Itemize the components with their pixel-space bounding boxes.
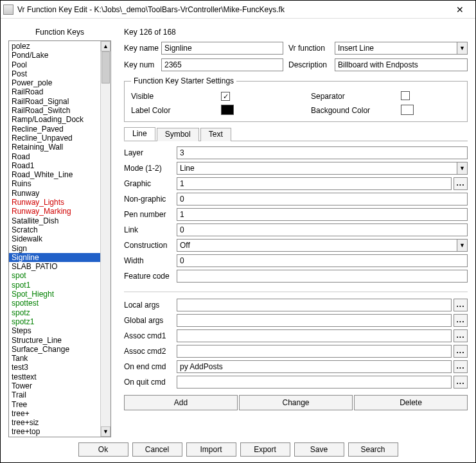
assoccmd1-input[interactable] [177,329,452,342]
list-item[interactable]: Spot_Hieght [9,290,100,299]
list-item[interactable]: Steps [9,326,100,335]
construction-combo[interactable]: Off▼ [177,239,468,252]
cancel-button[interactable]: Cancel [132,442,182,457]
onend-browse-button[interactable]: ... [454,360,468,373]
list-item[interactable]: Road [9,152,100,161]
search-button[interactable]: Search [348,442,398,457]
export-button[interactable]: Export [240,442,290,457]
list-item[interactable]: Runway_Marking [9,207,100,216]
list-item[interactable]: Pond/Lake [9,51,100,60]
mode-combo[interactable]: Line▼ [177,162,468,175]
list-item[interactable]: Sign [9,244,100,253]
list-item[interactable]: Tower [9,381,100,390]
close-icon[interactable]: ✕ [447,4,473,15]
chevron-down-icon[interactable]: ▼ [457,162,467,174]
onquit-input[interactable] [177,376,452,389]
list-item[interactable]: Power_pole [9,78,100,87]
pen-input[interactable] [177,208,468,221]
list-item[interactable]: Scratch [9,225,100,234]
list-item[interactable]: Signline [9,253,100,262]
separator-checkbox[interactable] [401,91,410,100]
import-button[interactable]: Import [186,442,236,457]
add-button[interactable]: Add [124,395,238,410]
bgcolor-swatch[interactable] [401,105,414,115]
list-item[interactable]: Pool [9,60,100,69]
list-item[interactable]: Surface_Change [9,345,100,354]
list-item[interactable]: Ramp/Loading_Dock [9,115,100,124]
bottom-button-bar: Ok Cancel Import Export Save Search [1,437,475,463]
list-item[interactable]: testtext [9,372,100,381]
list-item[interactable]: Sidewalk [9,234,100,243]
globalargs-browse-button[interactable]: ... [454,314,468,327]
vrfunction-combo[interactable]: Insert Line ▼ [335,42,468,55]
onquit-browse-button[interactable]: ... [454,376,468,389]
list-item[interactable]: spotz1 [9,317,100,326]
labelcolor-swatch[interactable] [221,105,234,115]
list-item[interactable]: spot [9,271,100,280]
scroll-thumb[interactable] [101,51,110,83]
list-item[interactable]: tree+top [9,427,100,436]
list-item[interactable]: spottest [9,299,100,308]
list-item[interactable]: tree+siz [9,418,100,427]
assoccmd1-browse-button[interactable]: ... [454,329,468,342]
titlebar: Vr Function Key Edit - K:\Jobs\_demo\Too… [1,1,475,19]
delete-button[interactable]: Delete [354,395,468,410]
layer-label: Layer [124,148,177,157]
list-item[interactable]: Trail [9,390,100,399]
list-item[interactable]: RailRoad_Signal [9,97,100,106]
list-item[interactable]: RailRoad_Switch [9,106,100,115]
assoccmd1-label: Assoc cmd1 [124,331,177,340]
list-item[interactable]: Runway_Lights [9,198,100,207]
function-keys-list[interactable]: polezPond/LakePoolPostPower_poleRailRoad… [8,40,111,437]
list-item[interactable]: SLAB_PATIO [9,262,100,271]
description-input[interactable] [335,58,468,71]
tab-line[interactable]: Line [124,127,155,141]
keynum-input[interactable] [161,58,283,71]
list-item[interactable]: Road1 [9,161,100,170]
assoccmd2-browse-button[interactable]: ... [454,345,468,358]
list-item[interactable]: Tank [9,354,100,363]
list-item[interactable]: Recline_Paved [9,125,100,134]
visible-checkbox[interactable]: ✓ [221,92,230,101]
width-input[interactable] [177,254,468,267]
assoccmd2-input[interactable] [177,345,452,358]
list-item[interactable]: test3 [9,363,100,372]
save-button[interactable]: Save [294,442,344,457]
tab-symbol[interactable]: Symbol [157,128,199,141]
scroll-up-icon[interactable]: ▲ [101,41,110,51]
layer-input[interactable] [177,146,468,159]
list-item[interactable]: Runway [9,189,100,198]
list-item[interactable]: Tree [9,400,100,409]
list-scrollbar[interactable]: ▲ ▼ [100,41,110,437]
pen-label: Pen number [124,210,177,219]
list-item[interactable]: spot1 [9,281,100,290]
list-item[interactable]: Ruins [9,179,100,188]
tab-text[interactable]: Text [200,128,231,141]
onend-input[interactable] [177,360,452,373]
ok-button[interactable]: Ok [78,442,128,457]
list-item[interactable]: spotz [9,308,100,317]
link-input[interactable] [177,223,468,236]
list-item[interactable]: Satallite_Dish [9,216,100,225]
globalargs-input[interactable] [177,314,452,327]
nongraphic-input[interactable] [177,193,468,205]
list-item[interactable]: Structure_Line [9,336,100,345]
graphic-input[interactable] [177,177,452,190]
width-label: Width [124,256,177,265]
feature-input[interactable] [177,270,468,283]
chevron-down-icon[interactable]: ▼ [457,42,467,54]
localargs-input[interactable] [177,299,452,311]
keyname-input[interactable] [161,42,283,55]
localargs-browse-button[interactable]: ... [454,299,468,311]
list-item[interactable]: Recline_Unpaved [9,134,100,143]
list-item[interactable]: polez [9,42,100,51]
list-item[interactable]: Post [9,69,100,78]
graphic-browse-button[interactable]: ... [454,177,468,190]
list-item[interactable]: RailRoad [9,87,100,96]
scroll-down-icon[interactable]: ▼ [101,426,110,437]
chevron-down-icon[interactable]: ▼ [457,240,467,251]
list-item[interactable]: Road_White_Line [9,170,100,179]
change-button[interactable]: Change [239,395,353,410]
list-item[interactable]: tree+ [9,409,100,418]
list-item[interactable]: Retaining_Wall [9,143,100,152]
